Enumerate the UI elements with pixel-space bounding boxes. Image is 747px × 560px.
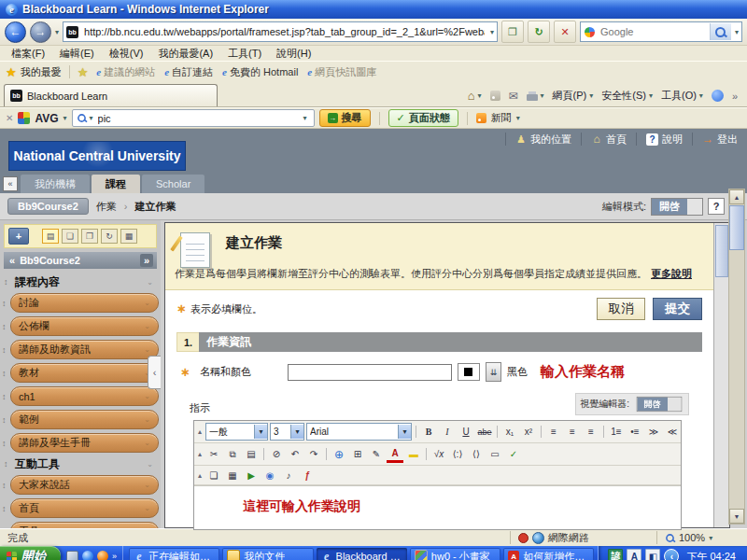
visual-editor-toggle[interactable]: 開啓	[637, 397, 683, 412]
align-center-button[interactable]: ≡	[564, 425, 581, 440]
menu-item[interactable]: 編輯(E)	[52, 47, 102, 61]
font-color-button[interactable]: A	[387, 445, 403, 463]
utility-link[interactable]: 說明	[636, 133, 692, 146]
print-button[interactable]: ▾	[527, 91, 544, 101]
favorites-label[interactable]: 我的最愛	[21, 65, 62, 79]
scrollbar-thumb[interactable]	[715, 225, 728, 277]
address-field[interactable]: bb ▾	[63, 21, 498, 42]
firefox-icon[interactable]	[97, 551, 108, 560]
sidebar-menu-item[interactable]: ↕ 工具 ⌄	[2, 522, 159, 528]
spellcheck-button[interactable]: ✓	[505, 447, 522, 462]
italic-button[interactable]: I	[439, 425, 456, 440]
chevron-down-icon[interactable]: ⌄	[144, 415, 150, 424]
drag-handle-icon[interactable]: ↕	[4, 277, 11, 287]
mail-icon[interactable]: ✉	[509, 90, 518, 103]
content-scrollbar[interactable]	[713, 223, 729, 527]
superscript-button[interactable]: x²	[520, 425, 537, 440]
chevron-down-icon[interactable]: ⌄	[144, 504, 150, 512]
search-dropdown-icon[interactable]: ▾	[735, 28, 741, 36]
course-menu-header[interactable]: « Bb9Course2 »	[4, 252, 157, 269]
menu-item[interactable]: 檢視(V)	[102, 47, 151, 61]
zoom-control[interactable]: 100% ▾	[656, 531, 747, 544]
history-dropdown-icon[interactable]: ▾	[55, 28, 59, 36]
drag-handle-icon[interactable]: ↕	[2, 504, 9, 513]
sidebar-menu-item[interactable]: ↕ 教材 ⌄	[2, 363, 159, 383]
avg-search-box[interactable]: ▾ ▾	[72, 109, 315, 127]
address-dropdown-icon[interactable]: ▾	[490, 28, 494, 36]
collapse-sidebar-button[interactable]: ‹	[148, 356, 161, 389]
indent-button[interactable]: ≫	[645, 425, 662, 440]
font-size-select[interactable]: 3▾	[270, 423, 304, 441]
tab-my-institution[interactable]: 我的機構	[21, 175, 90, 193]
chevron-down-icon[interactable]: ⌄	[144, 392, 150, 400]
forward-button[interactable]: →	[30, 21, 51, 43]
zoom-dropdown-icon[interactable]: ▾	[709, 534, 712, 542]
start-button[interactable]: 開始	[0, 546, 61, 560]
preview-button[interactable]: ▭	[486, 447, 503, 462]
ime-mode-icon[interactable]: A	[627, 549, 641, 560]
chevron-down-icon[interactable]: ⌄	[144, 322, 150, 330]
drag-handle-icon[interactable]: ↕	[2, 415, 9, 425]
separator[interactable]	[497, 426, 498, 438]
home-button[interactable]: ⌂▾	[468, 89, 482, 103]
numbered-list-button[interactable]: 1≡	[608, 425, 625, 440]
add-menu-item-button[interactable]: +	[8, 228, 29, 245]
avg-brand[interactable]: AVG	[35, 112, 58, 125]
sidebar-menu-item[interactable]: ↕ 範例 ⌄	[2, 410, 159, 429]
taskbar-task[interactable]: 我的文件	[222, 548, 313, 560]
scroll-up-button[interactable]: ▲	[729, 189, 744, 204]
avg-search-history-icon[interactable]: ▾	[303, 114, 310, 122]
favorites-link[interactable]: 自訂連結	[160, 65, 218, 79]
strikethrough-button[interactable]: abe	[476, 425, 493, 440]
hyperlink-button[interactable]: ⊕	[331, 447, 347, 462]
undo-button[interactable]: ↶	[287, 447, 303, 462]
tab-scholar[interactable]: Scholar	[142, 175, 204, 193]
chevron-down-icon[interactable]: ⌄	[144, 439, 150, 447]
search-button[interactable]	[710, 23, 731, 40]
drag-handle-icon[interactable]: ↕	[2, 392, 9, 401]
drag-handle-icon[interactable]: ↕	[4, 459, 11, 469]
page-scrollbar[interactable]: ▲ ▼	[728, 189, 745, 525]
equation-button[interactable]: √x	[430, 447, 447, 462]
close-toolbar-icon[interactable]: ✕	[6, 113, 13, 123]
chevron-down-icon[interactable]: ⌄	[144, 481, 150, 489]
underline-button[interactable]: U	[458, 425, 474, 440]
keyboard-layout-icon[interactable]: ◧	[645, 549, 660, 560]
attach-audio-button[interactable]: ♪	[280, 468, 297, 483]
separator[interactable]	[416, 426, 416, 438]
attach-quicktime-button[interactable]: ◉	[261, 468, 278, 483]
home-dropdown-icon[interactable]: ▾	[478, 91, 482, 100]
remove-link-button[interactable]: ⊘	[268, 447, 285, 462]
separator[interactable]	[326, 448, 327, 460]
tab-courses[interactable]: 課程	[92, 175, 140, 193]
utility-link[interactable]: 首頁	[581, 133, 636, 146]
more-help-link[interactable]: 更多說明	[651, 268, 692, 279]
menu-item[interactable]: 工具(T)	[220, 47, 269, 61]
chevron-down-icon[interactable]: ⌄	[147, 460, 159, 469]
cancel-button[interactable]: 取消	[597, 298, 646, 320]
sidebar-menu-item[interactable]: ↕ 大家來說話 ⌄	[2, 475, 159, 495]
attach-mpeg-button[interactable]: ▶	[243, 468, 260, 483]
avg-search-button[interactable]: → 搜尋	[319, 109, 371, 127]
scrollbar-thumb[interactable]	[729, 205, 744, 250]
drag-handle-icon[interactable]: ↕	[2, 439, 9, 448]
redo-button[interactable]: ↷	[305, 447, 322, 462]
outdent-button[interactable]: ≪	[664, 425, 681, 440]
chevron-down-icon[interactable]: ⌄	[147, 278, 159, 287]
table-button[interactable]: ⊞	[349, 447, 366, 462]
ie-icon[interactable]	[82, 551, 93, 560]
submit-button[interactable]: 提交	[653, 298, 702, 320]
tools-menu[interactable]: 工具(O)▾	[661, 89, 703, 103]
compatibility-view-button[interactable]: ❐	[501, 21, 524, 43]
sidebar-menu-item[interactable]: ↕ ch1 ⌄	[2, 386, 159, 406]
align-left-button[interactable]: ≡	[545, 425, 562, 440]
sidebar-menu-item[interactable]: ↕ 講師及助教資訊 ⌄	[2, 340, 159, 359]
edit-mode-help-button[interactable]: ?	[708, 198, 725, 215]
html-source-button[interactable]: ⟨⟩	[468, 447, 485, 462]
assignment-name-input[interactable]	[288, 364, 452, 381]
menu-item[interactable]: 檔案(F)	[4, 47, 52, 61]
collapse-toolbar-icon[interactable]: ▴	[198, 450, 202, 458]
favorites-star-icon[interactable]: ★	[6, 65, 17, 79]
taskbar-task[interactable]: hw0 - 小畫家	[410, 548, 500, 560]
taskbar-task[interactable]: Blackboard Lear...	[317, 548, 407, 560]
